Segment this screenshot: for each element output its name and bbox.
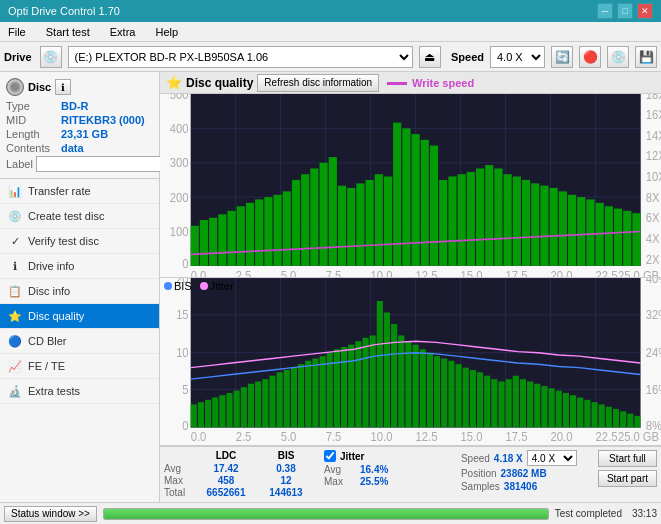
svg-rect-155: [549, 389, 555, 428]
svg-text:300: 300: [170, 156, 189, 171]
svg-rect-154: [541, 386, 547, 427]
svg-rect-24: [273, 195, 281, 266]
svg-text:40%: 40%: [646, 278, 661, 286]
sidebar: Disc ℹ Type BD-R MID RITEKBR3 (000) Leng…: [0, 72, 160, 502]
svg-rect-159: [577, 398, 583, 428]
svg-rect-131: [377, 301, 383, 427]
menu-file[interactable]: File: [4, 25, 30, 39]
avg-jitter: 16.4%: [360, 464, 388, 475]
svg-rect-44: [458, 174, 466, 266]
menubar: File Start test Extra Help: [0, 22, 661, 42]
svg-rect-158: [570, 396, 576, 428]
save-icon[interactable]: 💾: [635, 46, 657, 68]
progress-bar: [104, 509, 548, 519]
svg-text:15.0: 15.0: [461, 268, 483, 277]
sidebar-item-drive-info[interactable]: ℹ Drive info: [0, 254, 159, 279]
svg-rect-15: [191, 226, 199, 266]
position-row: Position 23862 MB: [461, 468, 590, 479]
sidebar-item-transfer-rate[interactable]: 📊 Transfer rate: [0, 179, 159, 204]
svg-rect-153: [534, 384, 540, 428]
svg-rect-40: [421, 140, 429, 266]
menu-extra[interactable]: Extra: [106, 25, 140, 39]
sidebar-item-cd-bler[interactable]: 🔵 CD Bler: [0, 329, 159, 354]
svg-rect-17: [209, 218, 217, 266]
length-label: Length: [6, 128, 61, 140]
ldc-chart: 500 400 300 200 100 0 0.0 2.5 5.0 7.5 10…: [160, 94, 661, 278]
speed-select[interactable]: 4.0 X: [490, 46, 545, 68]
sidebar-item-verify-test-disc[interactable]: ✓ Verify test disc: [0, 229, 159, 254]
svg-text:12X: 12X: [646, 149, 661, 164]
drive-icon-btn[interactable]: 💿: [40, 46, 62, 68]
type-value: BD-R: [61, 100, 89, 112]
svg-rect-117: [277, 373, 283, 428]
speed-refresh-icon[interactable]: 🔄: [551, 46, 573, 68]
sidebar-item-disc-info[interactable]: 📋 Disc info: [0, 279, 159, 304]
menu-start-test[interactable]: Start test: [42, 25, 94, 39]
svg-text:4X: 4X: [646, 231, 660, 246]
statusbar: Status window >> Test completed 33:13: [0, 502, 661, 524]
extra-tests-icon: 🔬: [8, 384, 22, 398]
svg-text:10X: 10X: [646, 169, 661, 184]
svg-rect-105: [191, 405, 197, 428]
maximize-button[interactable]: □: [617, 3, 633, 19]
svg-rect-61: [614, 209, 622, 266]
sidebar-item-create-test-disc[interactable]: 💿 Create test disc: [0, 204, 159, 229]
samples-row: Samples 381406: [461, 481, 590, 492]
eject-button[interactable]: ⏏: [419, 46, 441, 68]
disc-info-icon: 📋: [8, 284, 22, 298]
speed-row: Speed 4.18 X 4.0 X: [461, 450, 590, 466]
svg-text:17.5: 17.5: [506, 268, 528, 277]
svg-rect-113: [248, 384, 254, 428]
sidebar-item-disc-quality[interactable]: ⭐ Disc quality: [0, 304, 159, 329]
drive-select[interactable]: (E:) PLEXTOR BD-R PX-LB950SA 1.06: [68, 46, 413, 68]
sidebar-item-extra-tests[interactable]: 🔬 Extra tests: [0, 379, 159, 404]
dq-icon: ⭐: [166, 75, 182, 90]
svg-text:25.0 GB: 25.0 GB: [618, 268, 659, 277]
svg-rect-53: [540, 186, 548, 266]
svg-rect-109: [219, 396, 225, 428]
cd-bler-label: CD Bler: [28, 335, 67, 347]
avg-label: Avg: [164, 463, 196, 474]
svg-rect-58: [586, 199, 594, 265]
speed-select-stats[interactable]: 4.0 X: [527, 450, 577, 466]
close-button[interactable]: ✕: [637, 3, 653, 19]
minimize-button[interactable]: ─: [597, 3, 613, 19]
avg-row: Avg 17.42 0.38: [164, 463, 316, 474]
svg-text:5: 5: [182, 383, 189, 398]
transfer-rate-icon: 📊: [8, 184, 22, 198]
svg-text:32%: 32%: [646, 308, 661, 323]
disc-info-btn[interactable]: ℹ: [55, 79, 71, 95]
start-part-button[interactable]: Start part: [598, 470, 657, 487]
disc-icon-btn[interactable]: 💿: [607, 46, 629, 68]
start-full-button[interactable]: Start full: [598, 450, 657, 467]
jitter-stats: Jitter Avg 16.4% Max 25.5%: [324, 450, 453, 488]
bis-legend-item: BIS: [164, 280, 192, 292]
refresh-disc-info-button[interactable]: Refresh disc information: [257, 74, 379, 92]
max-jitter: 25.5%: [360, 476, 388, 487]
svg-rect-116: [269, 376, 275, 428]
disc-quality-header: ⭐ Disc quality Refresh disc information …: [160, 72, 661, 94]
menu-help[interactable]: Help: [151, 25, 182, 39]
svg-rect-145: [477, 373, 483, 428]
status-window-button[interactable]: Status window >>: [4, 506, 97, 522]
ldc-header: LDC: [196, 450, 256, 461]
samples-val: 381406: [504, 481, 537, 492]
svg-rect-29: [320, 163, 328, 266]
pos-key: Position: [461, 468, 497, 479]
svg-text:10: 10: [176, 346, 189, 361]
svg-rect-135: [405, 342, 411, 428]
svg-rect-55: [559, 191, 567, 265]
jitter-checkbox[interactable]: [324, 450, 336, 462]
svg-rect-43: [448, 176, 456, 265]
burn-icon[interactable]: 🔴: [579, 46, 601, 68]
svg-text:12.5: 12.5: [416, 268, 438, 277]
svg-rect-137: [420, 350, 426, 428]
sidebar-item-fe-te[interactable]: 📈 FE / TE: [0, 354, 159, 379]
disc-icon: [6, 78, 24, 96]
svg-rect-144: [470, 370, 476, 427]
jitter-max-row: Max 25.5%: [324, 476, 453, 487]
write-speed-legend: Write speed: [387, 77, 474, 89]
drivebar: Drive 💿 (E:) PLEXTOR BD-R PX-LB950SA 1.0…: [0, 42, 661, 72]
contents-label: Contents: [6, 142, 61, 154]
label-input[interactable]: [36, 156, 169, 172]
